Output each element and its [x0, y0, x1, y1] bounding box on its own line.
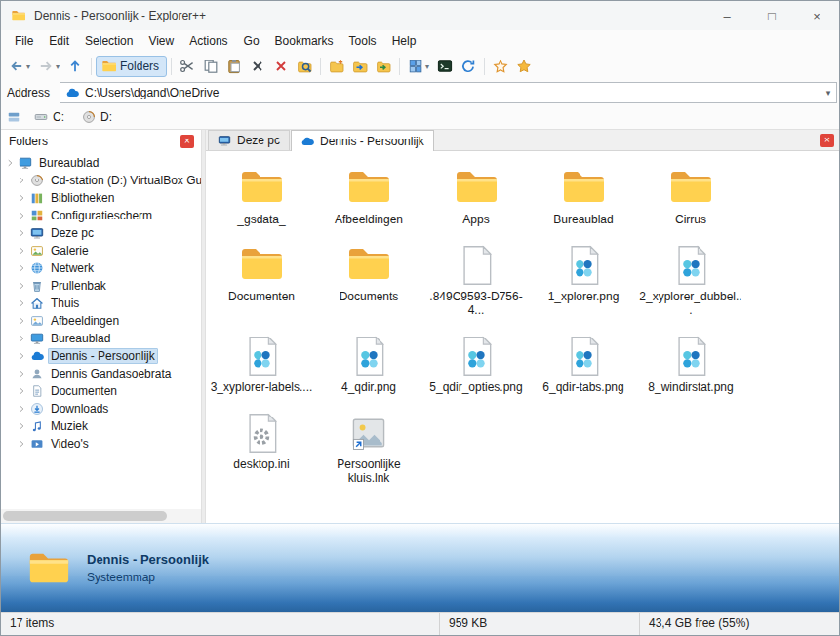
dropdown-caret-icon[interactable]: ▾: [26, 62, 30, 71]
file-item-5-qdir-opties-png[interactable]: 5_qdir_opties.png: [422, 327, 530, 394]
delete-button[interactable]: [246, 56, 269, 77]
dropdown-caret-icon[interactable]: ▾: [56, 62, 60, 71]
copy-button[interactable]: [199, 56, 222, 77]
file-item-documents[interactable]: Documents: [315, 236, 422, 317]
tab-deze-pc[interactable]: Deze pc: [208, 130, 290, 150]
expand-chevron-icon[interactable]: [17, 386, 28, 396]
expand-chevron-icon[interactable]: [17, 351, 28, 361]
menu-item-file[interactable]: File: [7, 30, 41, 52]
expand-chevron-icon[interactable]: [17, 281, 28, 291]
expand-chevron-icon[interactable]: [17, 298, 28, 308]
tree-item-muziek[interactable]: Muziek: [1, 417, 201, 435]
tree-item-cd-station-d-virtualbox-gue[interactable]: Cd-station (D:) VirtualBox Gue...: [1, 172, 201, 189]
expand-chevron-icon[interactable]: [17, 421, 28, 431]
file-item-4-qdir-png[interactable]: 4_qdir.png: [315, 327, 422, 394]
file-item-gsdata[interactable]: _gsdata_: [208, 159, 315, 226]
file-item-cirrus[interactable]: Cirrus: [637, 159, 744, 226]
expand-chevron-icon[interactable]: [17, 176, 28, 185]
file-item-8-windirstat-png[interactable]: 8_windirstat.png: [637, 327, 744, 394]
up-button[interactable]: [63, 56, 87, 77]
tree-item-thuis[interactable]: Thuis: [1, 295, 201, 312]
tree-item-dennis-gandasoebrata[interactable]: Dennis Gandasoebrata: [1, 365, 201, 382]
menu-item-help[interactable]: Help: [384, 30, 424, 52]
drive-c-button[interactable]: C:: [30, 108, 68, 126]
dropdown-caret-icon[interactable]: ▾: [425, 62, 429, 71]
expand-chevron-icon[interactable]: [17, 193, 28, 203]
close-tab-button[interactable]: ×: [820, 134, 834, 147]
expand-chevron-icon[interactable]: [17, 316, 28, 326]
forward-button[interactable]: ▾: [34, 56, 63, 77]
file-name: Cirrus: [675, 213, 706, 226]
file-item-persoonlijke-kluis-lnk[interactable]: Persoonlijke kluis.lnk: [315, 404, 422, 485]
file-item-3-xyplorer-labels[interactable]: 3_xyplorer-labels....: [208, 327, 315, 394]
onedrive-cloud-icon: [65, 86, 79, 99]
paste-button[interactable]: [222, 56, 246, 77]
new-folder-button[interactable]: [325, 56, 348, 77]
close-folders-panel-button[interactable]: ×: [180, 135, 194, 148]
expand-chevron-icon[interactable]: [17, 263, 28, 273]
expand-chevron-icon[interactable]: [17, 211, 28, 220]
menu-item-bookmarks[interactable]: Bookmarks: [267, 30, 341, 52]
expand-chevron-icon[interactable]: [17, 334, 28, 343]
tree-item-netwerk[interactable]: Netwerk: [1, 259, 201, 277]
back-button[interactable]: ▾: [5, 56, 34, 77]
horizontal-scrollbar[interactable]: [1, 509, 201, 523]
menu-item-edit[interactable]: Edit: [41, 30, 77, 52]
file-item-afbeeldingen[interactable]: Afbeeldingen: [315, 159, 422, 226]
file-item-apps[interactable]: Apps: [422, 159, 530, 226]
copy-to-folder-button[interactable]: [348, 56, 372, 77]
expand-chevron-icon[interactable]: [17, 404, 28, 414]
tree-item-downloads[interactable]: Downloads: [1, 400, 201, 417]
views-button[interactable]: ▾: [404, 56, 433, 77]
file-item-2-xyplorer-dubbel[interactable]: 2_xyplorer_dubbel...: [637, 236, 744, 317]
tree-item-bureaublad[interactable]: Bureaublad: [1, 154, 201, 172]
folder-icon: [667, 159, 714, 210]
expand-chevron-icon[interactable]: [17, 228, 28, 238]
tree-item-bureaublad[interactable]: Bureaublad: [1, 330, 201, 347]
file-item-849c9593-d756-4[interactable]: .849C9593-D756-4...: [422, 236, 530, 317]
search-button[interactable]: [293, 56, 316, 77]
bookmarks-button[interactable]: [512, 56, 536, 77]
tree-item-configuratiescherm[interactable]: Configuratiescherm: [1, 207, 201, 224]
menu-item-view[interactable]: View: [140, 30, 181, 52]
tree-item-prullenbak[interactable]: Prullenbak: [1, 277, 201, 295]
minimize-button[interactable]: –: [704, 1, 749, 30]
address-input[interactable]: C:\Users\dgand\OneDrive ▾: [60, 82, 837, 103]
drive-d-button[interactable]: D:: [78, 108, 116, 126]
tab-dennis-persoonlijk[interactable]: Dennis - Persoonlijk: [291, 130, 434, 151]
menu-item-tools[interactable]: Tools: [341, 30, 384, 52]
maximize-button[interactable]: □: [749, 1, 794, 30]
refresh-button[interactable]: [457, 56, 480, 77]
menu-item-go[interactable]: Go: [236, 30, 267, 52]
cut-button[interactable]: [176, 56, 199, 77]
close-window-button[interactable]: ×: [794, 1, 839, 30]
tree-item-deze-pc[interactable]: Deze pc: [1, 224, 201, 242]
folders-toggle-button[interactable]: Folders: [96, 56, 167, 77]
tree-item-documenten[interactable]: Documenten: [1, 382, 201, 400]
move-to-folder-button[interactable]: [372, 56, 395, 77]
file-item-1-xplorer-png[interactable]: 1_xplorer.png: [530, 236, 637, 317]
file-item-documenten[interactable]: Documenten: [208, 236, 315, 317]
toolbar-separator: [91, 58, 92, 75]
desktop-icon: [19, 156, 32, 170]
file-item-bureaublad[interactable]: Bureaublad: [530, 159, 637, 226]
menu-item-actions[interactable]: Actions: [181, 30, 235, 52]
file-item-desktop-ini[interactable]: desktop.ini: [208, 404, 315, 485]
expand-chevron-icon[interactable]: [17, 246, 28, 256]
address-dropdown-icon[interactable]: ▾: [820, 88, 836, 98]
delete-permanently-button[interactable]: [269, 56, 293, 77]
scrollbar-thumb[interactable]: [3, 511, 167, 521]
drives-menu-icon[interactable]: [7, 110, 20, 124]
menu-item-selection[interactable]: Selection: [77, 30, 140, 52]
tree-item-bibliotheken[interactable]: Bibliotheken: [1, 189, 201, 207]
expand-chevron-icon[interactable]: [17, 439, 28, 449]
expand-chevron-icon[interactable]: [5, 158, 17, 168]
tree-item-afbeeldingen[interactable]: Afbeeldingen: [1, 312, 201, 330]
add-bookmark-button[interactable]: [489, 56, 512, 77]
command-prompt-button[interactable]: [433, 56, 457, 77]
tree-item-dennis-persoonlijk[interactable]: Dennis - Persoonlijk: [1, 347, 201, 365]
file-item-6-qdir-tabs-png[interactable]: 6_qdir-tabs.png: [530, 327, 637, 394]
tree-item-video-s[interactable]: Video's: [1, 435, 201, 453]
tree-item-galerie[interactable]: Galerie: [1, 242, 201, 259]
expand-chevron-icon[interactable]: [17, 369, 28, 378]
